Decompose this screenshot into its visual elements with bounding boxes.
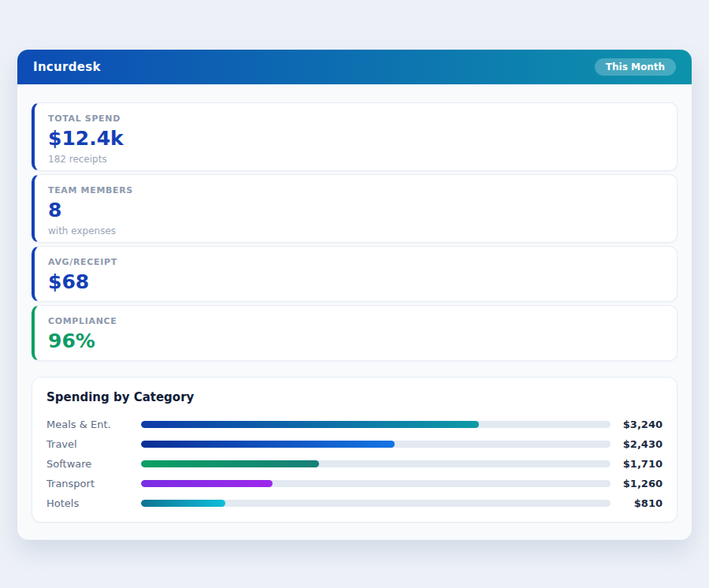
bar-meals xyxy=(141,421,479,428)
chart-row-meals: Meals & Ent. $3,240 xyxy=(46,415,663,434)
stat-card-team-members: TEAM MEMBERS 8 with expenses xyxy=(32,174,677,243)
category-label: Meals & Ent. xyxy=(46,419,141,430)
stat-label: AVG/RECEIPT xyxy=(48,257,663,267)
bar-track xyxy=(141,480,611,487)
chart-row-hotels: Hotels $810 xyxy=(46,493,663,513)
app-title: Incurdesk xyxy=(33,60,101,74)
period-badge[interactable]: This Month xyxy=(595,58,676,76)
bar-track xyxy=(141,500,611,507)
app-header: Incurdesk This Month xyxy=(17,50,692,84)
stat-value: 96% xyxy=(48,331,663,351)
chart-row-travel: Travel $2,430 xyxy=(46,434,663,454)
category-value: $1,710 xyxy=(611,458,663,470)
stat-subtext: with expenses xyxy=(48,225,663,236)
bar-software xyxy=(141,460,319,467)
category-label: Travel xyxy=(46,438,141,450)
category-value: $810 xyxy=(611,497,663,509)
bar-track xyxy=(141,441,611,448)
stat-subtext: 182 receipts xyxy=(48,154,663,165)
dashboard-content: TOTAL SPEND $12.4k 182 receipts TEAM MEM… xyxy=(17,84,692,523)
bar-track xyxy=(141,460,611,467)
bar-hotels xyxy=(141,500,225,507)
stat-label: TEAM MEMBERS xyxy=(48,185,663,195)
stat-value: $12.4k xyxy=(48,128,663,148)
bar-transport xyxy=(141,480,273,487)
stat-label: TOTAL SPEND xyxy=(48,114,663,124)
stat-value: 8 xyxy=(48,200,663,220)
chart-row-software: Software $1,710 xyxy=(46,454,663,474)
chart-row-transport: Transport $1,260 xyxy=(46,474,663,493)
category-value: $2,430 xyxy=(611,438,663,450)
stat-card-compliance: COMPLIANCE 96% xyxy=(32,305,677,361)
category-value: $3,240 xyxy=(611,419,663,430)
stat-value: $68 xyxy=(48,272,663,292)
category-label: Software xyxy=(46,458,141,470)
category-label: Transport xyxy=(46,478,141,489)
incurdesk-app-window: Incurdesk This Month TOTAL SPEND $12.4k … xyxy=(17,50,692,540)
stat-card-avg-receipt: AVG/RECEIPT $68 xyxy=(32,246,677,302)
spending-chart-card: Spending by Category Meals & Ent. $3,240… xyxy=(32,377,677,523)
category-value: $1,260 xyxy=(611,478,663,489)
stat-label: COMPLIANCE xyxy=(48,316,663,326)
stat-card-total-spend: TOTAL SPEND $12.4k 182 receipts xyxy=(32,102,677,171)
chart-title: Spending by Category xyxy=(46,390,663,404)
category-label: Hotels xyxy=(46,497,141,509)
bar-track xyxy=(141,421,611,428)
bar-travel xyxy=(141,441,395,448)
